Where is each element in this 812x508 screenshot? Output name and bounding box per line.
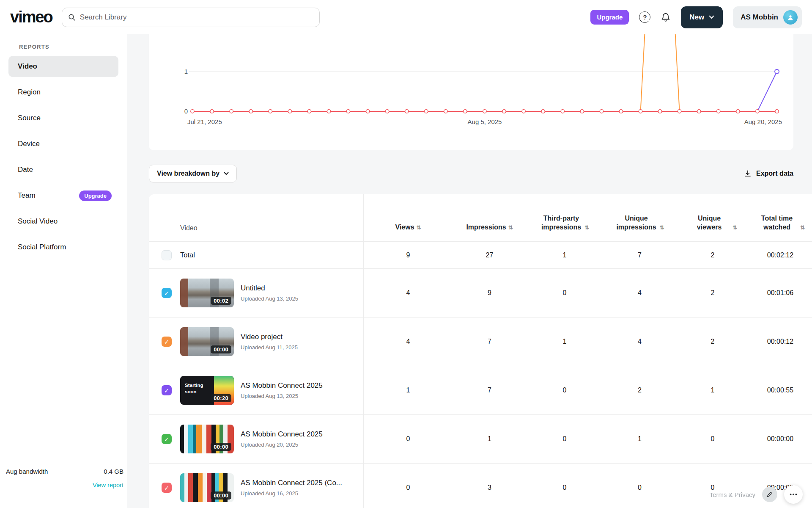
view-report-link[interactable]: View report [6,482,123,489]
team-upgrade-badge[interactable]: Upgrade [79,190,112,201]
search-input[interactable] [80,13,313,22]
column-header-impressions[interactable]: Impressions⇅ [453,223,527,241]
sort-icon[interactable]: ⇅ [660,224,664,231]
row-checkbox[interactable]: ✓ [162,288,172,298]
sort-icon[interactable]: ⇅ [508,224,513,231]
header-spacer [149,232,180,241]
cell-unique_impressions: 1 [603,435,677,443]
notifications-bell-icon[interactable] [661,12,671,22]
table-row[interactable]: ✓00:00Video projectUploaded Aug 11, 2025… [149,318,812,366]
sort-icon[interactable]: ⇅ [584,224,589,231]
check-icon: ✓ [164,387,170,394]
column-header-total_time_watched[interactable]: Total time watched⇅ [749,214,812,241]
svg-text:Aug 20, 2025: Aug 20, 2025 [744,118,782,125]
cell-unique_viewers: 2 [677,338,749,345]
bandwidth-label: Aug bandwidth [6,468,48,475]
svg-text:0: 0 [184,108,188,115]
sidebar-item-device[interactable]: Device [8,133,118,155]
column-header-label: Unique viewers [688,214,730,232]
sidebar-item-label: Date [18,166,33,174]
vimeo-logo[interactable]: vimeo [10,8,52,26]
line-chart-svg: 10Jul 21, 2025Aug 5, 2025Aug 20, 2025 [149,34,793,150]
column-header-label: Impressions [466,223,506,232]
video-title[interactable]: AS Mobbin Connect 2025 [241,430,323,439]
more-options-icon[interactable] [784,485,803,504]
table-header-row: VideoViews⇅Impressions⇅Third-party impre… [149,194,812,242]
sidebar-item-region[interactable]: Region [8,82,118,103]
export-data-label: Export data [756,170,793,177]
sort-icon[interactable]: ⇅ [732,224,737,231]
account-button[interactable]: AS Mobbin [733,6,802,28]
table-row[interactable]: ✓00:02UntitledUploaded Aug 13, 202549042… [149,269,812,318]
terms-privacy-link[interactable]: Terms & Privacy [710,491,755,498]
table-row[interactable]: ✓00:00AS Mobbin Connect 2025Uploaded Aug… [149,415,812,464]
column-header-unique_viewers[interactable]: Unique viewers⇅ [677,214,749,241]
sidebar-item-source[interactable]: Source [8,108,118,129]
sidebar-item-social-video[interactable]: Social Video [8,211,118,232]
sidebar-item-team[interactable]: TeamUpgrade [8,185,118,206]
bandwidth-block: Aug bandwidth 0.4 GB View report [6,468,123,489]
table-toolbar: View breakdown by Export data [149,165,793,182]
cell-third_party_impressions: 0 [527,289,603,297]
video-title[interactable]: AS Mobbin Connect 2025 [241,381,323,390]
cell-impressions: 7 [453,387,527,394]
duration-badge: 00:20 [211,394,231,402]
row-checkbox[interactable]: ✓ [162,337,172,347]
sidebar-item-label: Source [18,114,41,122]
video-thumbnail[interactable]: Starting soon00:20 [180,376,234,405]
video-title[interactable]: AS Mobbin Connect 2025 (Co... [241,479,342,487]
upgrade-button[interactable]: Upgrade [590,10,629,25]
new-button[interactable]: New [681,6,723,28]
sort-icon[interactable]: ⇅ [417,224,421,231]
bandwidth-value: 0.4 GB [104,468,123,475]
analytics-chart: 10Jul 21, 2025Aug 5, 2025Aug 20, 2025 [149,34,793,150]
cell-total_time_watched: 00:01:06 [749,289,812,297]
sort-icon[interactable]: ⇅ [800,224,805,231]
column-header-views[interactable]: Views⇅ [364,223,453,241]
pencil-edit-icon[interactable] [762,487,777,502]
total-row: Total92717200:02:12 [149,242,812,269]
cell-unique_viewers: 2 [677,251,749,259]
sidebar-item-date[interactable]: Date [8,159,118,180]
topbar: vimeo Upgrade ? New AS Mobbin [0,0,812,34]
sidebar-item-social-platform[interactable]: Social Platform [8,237,118,258]
video-title[interactable]: Video project [241,333,298,341]
row-checkbox[interactable]: ✓ [162,434,172,444]
duration-badge: 00:00 [211,443,231,451]
video-thumbnail[interactable]: 00:00 [180,425,234,453]
table-row[interactable]: ✓Starting soon00:20AS Mobbin Connect 202… [149,366,812,415]
row-checkbox[interactable]: ✓ [162,483,172,493]
cell-views: 4 [364,338,453,345]
floating-footer: Terms & Privacy [710,485,803,504]
total-row-checkbox[interactable] [162,250,172,260]
search-bar[interactable] [62,8,320,27]
video-upload-date: Uploaded Aug 16, 2025 [241,490,342,497]
video-upload-date: Uploaded Aug 20, 2025 [241,442,323,448]
video-upload-date: Uploaded Aug 11, 2025 [241,344,298,351]
video-thumbnail[interactable]: 00:02 [180,279,234,307]
export-data-button[interactable]: Export data [743,169,793,178]
column-header-unique_impressions[interactable]: Unique impressions⇅ [603,214,677,241]
sidebar-item-label: Region [18,88,41,97]
topbar-actions: Upgrade ? New AS Mobbin [590,6,802,28]
video-thumbnail[interactable]: 00:00 [180,473,234,502]
help-icon[interactable]: ? [639,11,650,23]
video-stats-table: VideoViews⇅Impressions⇅Third-party impre… [149,194,812,508]
avatar [783,10,798,25]
cell-views: 9 [364,251,453,259]
column-header-third_party_impressions[interactable]: Third-party impressions⇅ [527,214,603,241]
view-breakdown-button[interactable]: View breakdown by [149,165,237,182]
video-thumbnail[interactable]: 00:00 [180,327,234,356]
cell-third_party_impressions: 0 [527,484,603,491]
duration-badge: 00:00 [211,491,231,500]
new-button-label: New [689,13,704,22]
column-header-label: Third-party impressions [540,214,582,232]
column-header-video: Video [180,194,364,241]
chevron-down-icon [709,15,714,19]
cell-total_time_watched: 00:00:55 [749,387,812,394]
cell-third_party_impressions: 0 [527,435,603,443]
row-checkbox[interactable]: ✓ [162,385,172,395]
sidebar-item-label: Video [18,62,37,71]
video-title[interactable]: Untitled [241,284,298,293]
sidebar-item-video[interactable]: Video [8,56,118,77]
